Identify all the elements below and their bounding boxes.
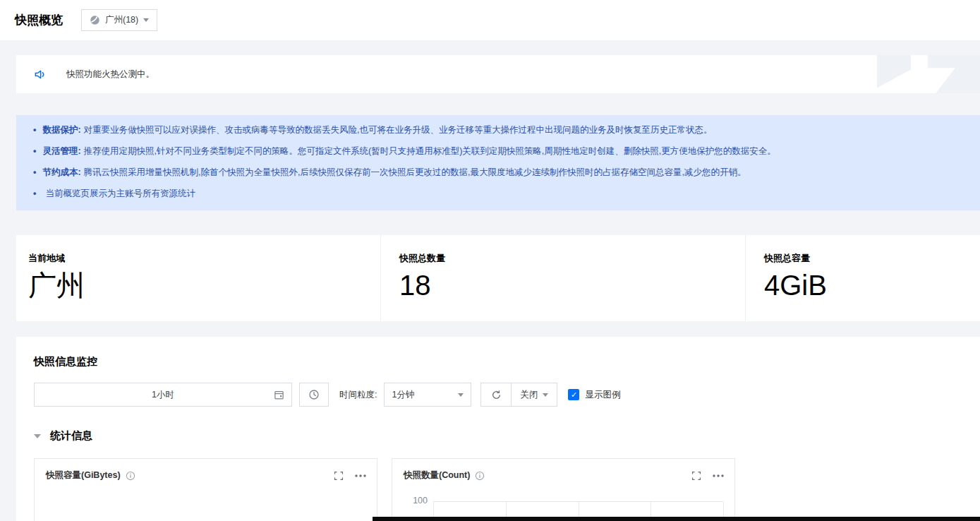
- clock-icon: [308, 389, 320, 400]
- statistics-section-title: 统计信息: [50, 429, 92, 443]
- info-bullet: 节约成本:腾讯云快照采用增量快照机制,除首个快照为全量快照外,后续快照仅保存前一…: [33, 162, 963, 183]
- speaker-icon: [34, 68, 46, 80]
- time-picker-button[interactable]: [299, 383, 329, 407]
- page-title: 快照概览: [15, 12, 63, 28]
- bullet-text: 推荐使用定期快照,针对不同业务类型制定不同的策略。您可指定文件系统(暂时只支持通…: [84, 146, 776, 156]
- show-legend-label: 显示图例: [585, 389, 620, 401]
- info-box: 数据保护:对重要业务做快照可以应对误操作、攻击或病毒等导致的数据丢失风险,也可将…: [16, 115, 980, 210]
- stat-label: 当前地域: [28, 252, 380, 265]
- globe-icon: [90, 15, 100, 25]
- bullet-lead: 节约成本:: [42, 167, 80, 177]
- region-selector[interactable]: 广州(18): [81, 9, 157, 31]
- top-bar: 快照概览 广州(18): [0, 0, 980, 40]
- show-legend-toggle[interactable]: 显示图例: [568, 389, 620, 401]
- fullscreen-icon[interactable]: [691, 471, 701, 481]
- chart-title: 快照容量(GiBytes): [46, 469, 121, 481]
- monitor-toolbar: 1小时 时间粒度: 1分钟 关闭: [34, 383, 980, 407]
- caret-down-icon: [458, 393, 464, 397]
- bullet-lead: 数据保护:: [42, 125, 80, 135]
- stat-current-region: 当前地域 广州: [16, 235, 380, 321]
- info-bullet: 数据保护:对重要业务做快照可以应对误操作、攻击或病毒等导致的数据丢失风险,也可将…: [33, 119, 963, 140]
- granularity-label: 时间粒度:: [339, 389, 377, 401]
- summary-stats-card: 当前地域 广州 快照总数量 18 快照总容量 4GiB: [16, 235, 980, 321]
- caret-down-icon: [143, 18, 149, 22]
- chart-card-capacity: 快照容量(GiBytes): [34, 458, 377, 521]
- granularity-value: 1分钟: [392, 389, 414, 401]
- bullet-text: 腾讯云快照采用增量快照机制,除首个快照为全量快照外,后续快照仅保存前一次快照后更…: [84, 167, 746, 177]
- bullet-lead: 灵活管理:: [42, 146, 80, 156]
- stat-snapshot-count: 快照总数量 18: [380, 235, 745, 321]
- monitor-title: 快照信息监控: [34, 355, 980, 369]
- time-range-value: 1小时: [152, 389, 174, 401]
- info-bullet: 当前概览页展示为主账号所有资源统计: [33, 183, 963, 204]
- announcement-text: 快照功能火热公测中。: [66, 68, 155, 80]
- bullet-text: 当前概览页展示为主账号所有资源统计: [45, 188, 195, 198]
- calendar-icon: [274, 390, 284, 400]
- more-dots-icon[interactable]: [712, 474, 725, 478]
- stat-snapshot-capacity: 快照总容量 4GiB: [745, 235, 980, 321]
- region-label: 广州(18): [105, 14, 138, 26]
- info-icon[interactable]: [475, 471, 485, 481]
- chart-title: 快照数量(Count): [404, 469, 470, 481]
- info-icon[interactable]: [126, 471, 135, 481]
- bullet-text: 对重要业务做快照可以应对误操作、攻击或病毒等导致的数据丢失风险,也可将在业务升级…: [84, 125, 713, 135]
- screen-edge-strip: [373, 517, 980, 521]
- stat-value: 18: [399, 269, 745, 301]
- statistics-section-header[interactable]: 统计信息: [34, 429, 980, 443]
- granularity-select[interactable]: 1分钟: [384, 383, 471, 407]
- refresh-icon: [491, 390, 502, 400]
- brand-watermark: [874, 55, 980, 93]
- info-bullet: 灵活管理:推荐使用定期快照,针对不同业务类型制定不同的策略。您可指定文件系统(暂…: [33, 140, 963, 162]
- refresh-control-group: 关闭: [480, 383, 557, 407]
- chart-card-count: 快照数量(Count) 100: [392, 458, 735, 521]
- more-dots-icon[interactable]: [354, 474, 367, 478]
- caret-down-icon: [543, 393, 548, 397]
- refresh-button[interactable]: [481, 383, 512, 406]
- time-range-input[interactable]: 1小时: [34, 383, 292, 407]
- stat-value: 广州: [28, 269, 380, 301]
- auto-refresh-select[interactable]: 关闭: [512, 383, 557, 406]
- fullscreen-icon[interactable]: [334, 471, 344, 481]
- announcement-bar: 快照功能火热公测中。: [16, 55, 980, 93]
- monitor-card: 快照信息监控 1小时 时间粒度: 1分钟 关闭: [16, 337, 980, 521]
- stat-value: 4GiB: [764, 269, 980, 301]
- auto-refresh-value: 关闭: [520, 389, 538, 401]
- charts-row: 快照容量(GiBytes) 快照数量(Count): [34, 458, 980, 521]
- stat-label: 快照总容量: [764, 252, 980, 265]
- stat-label: 快照总数量: [399, 252, 745, 265]
- collapse-caret-icon[interactable]: [34, 434, 41, 438]
- show-legend-checkbox[interactable]: [568, 389, 579, 400]
- y-axis-tick: 100: [404, 496, 428, 505]
